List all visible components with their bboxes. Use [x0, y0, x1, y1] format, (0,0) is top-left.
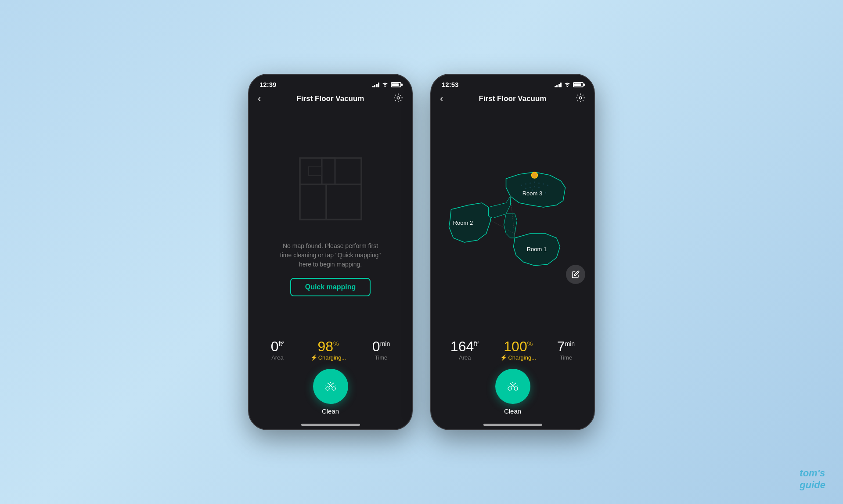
svg-point-50 — [515, 383, 516, 384]
wifi-icon-1 — [382, 81, 389, 88]
svg-point-12 — [330, 382, 331, 383]
phones-container: 12:39 ‹ First — [248, 74, 595, 430]
area-label-1: Area — [271, 354, 283, 361]
svg-point-14 — [328, 383, 328, 384]
clean-section-1: Clean — [249, 364, 412, 424]
no-map-text: No map found. Please perform first time … — [278, 241, 383, 269]
no-map-container: No map found. Please perform first time … — [258, 112, 403, 329]
clean-section-2: Clean — [431, 364, 594, 424]
time-value-1: 0min — [372, 339, 390, 353]
stat-area-1: 0ft² Area — [271, 339, 284, 361]
stat-battery-1: 98% ⚡ Charging... — [310, 339, 346, 361]
stat-time-2: 7min Time — [557, 339, 575, 361]
battery-icon-2 — [573, 82, 584, 87]
svg-rect-6 — [309, 167, 322, 176]
svg-point-25 — [525, 184, 526, 185]
home-indicator-1 — [301, 424, 360, 426]
svg-point-52 — [517, 385, 518, 386]
battery-value-1: 98% — [317, 339, 339, 353]
svg-point-24 — [521, 185, 522, 186]
settings-button-2[interactable] — [576, 93, 585, 105]
nav-bar-2: ‹ First Floor Vacuum — [431, 91, 594, 108]
svg-point-33 — [534, 186, 535, 187]
wifi-icon-2 — [564, 81, 571, 88]
svg-point-13 — [333, 383, 334, 384]
status-time-2: 12:53 — [442, 81, 458, 88]
nav-title-1: First Floor Vacuum — [297, 94, 364, 103]
svg-point-30 — [547, 185, 548, 186]
svg-rect-3 — [322, 158, 361, 184]
watermark-line1: tom's — [800, 468, 825, 479]
watermark: tom's guide — [800, 468, 825, 491]
charging-label-2: ⚡ Charging... — [500, 354, 536, 361]
edit-button[interactable] — [566, 265, 585, 284]
battery-value-2: 100% — [504, 339, 533, 353]
svg-point-0 — [397, 97, 400, 99]
nav-bar-1: ‹ First Floor Vacuum — [249, 91, 412, 108]
stat-area-2: 164ft² Area — [450, 339, 479, 361]
room3-label: Room 3 — [522, 190, 543, 197]
map-area-2: Room 2 Room 3 Room 1 — [431, 108, 594, 333]
svg-point-34 — [538, 187, 540, 188]
svg-point-17 — [579, 97, 582, 99]
svg-point-51 — [510, 383, 511, 384]
status-icons-1 — [372, 81, 402, 88]
svg-point-29 — [543, 184, 544, 185]
clean-label-1: Clean — [322, 407, 339, 415]
svg-rect-5 — [326, 184, 361, 220]
svg-point-7 — [322, 378, 339, 395]
status-bar-2: 12:53 — [431, 75, 594, 91]
stats-row-1: 0ft² Area 98% ⚡ Charging... 0min Time — [249, 333, 412, 364]
map-canvas: Room 2 Room 3 Room 1 — [436, 152, 590, 288]
watermark-line2: guide — [800, 479, 825, 491]
svg-point-41 — [532, 172, 538, 178]
svg-point-16 — [325, 385, 326, 386]
settings-button-1[interactable] — [393, 93, 403, 105]
area-value-1: 0ft² — [271, 339, 284, 353]
svg-point-31 — [525, 188, 526, 189]
svg-rect-4 — [300, 184, 326, 220]
room2-label: Room 2 — [453, 220, 473, 226]
svg-rect-2 — [300, 158, 335, 184]
back-button-2[interactable]: ‹ — [440, 93, 443, 104]
status-time-1: 12:39 — [259, 81, 276, 88]
svg-point-28 — [538, 183, 540, 184]
time-label-1: Time — [375, 354, 387, 361]
time-value-2: 7min — [557, 339, 575, 353]
svg-point-15 — [335, 385, 335, 386]
map-area-1: No map found. Please perform first time … — [249, 108, 412, 333]
status-bar-1: 12:39 — [249, 75, 412, 91]
charging-label-1: ⚡ Charging... — [310, 354, 346, 361]
quick-mapping-button[interactable]: Quick mapping — [290, 278, 371, 296]
svg-point-27 — [534, 182, 535, 183]
nav-title-2: First Floor Vacuum — [479, 94, 547, 103]
room1-label: Room 1 — [527, 246, 547, 252]
phone-2: 12:53 ‹ First — [430, 74, 595, 430]
clean-button-2[interactable] — [495, 369, 530, 404]
stats-row-2: 164ft² Area 100% ⚡ Charging... 7min Time — [431, 333, 594, 364]
back-button-1[interactable]: ‹ — [258, 93, 261, 104]
floor-plan-placeholder — [287, 145, 375, 233]
svg-point-53 — [508, 385, 508, 386]
svg-point-26 — [530, 183, 531, 184]
battery-icon-1 — [391, 82, 401, 87]
svg-point-44 — [504, 378, 522, 395]
floor-map-svg: Room 2 Room 3 Room 1 — [436, 152, 590, 288]
stat-battery-2: 100% ⚡ Charging... — [500, 339, 536, 361]
clean-label-2: Clean — [504, 407, 521, 415]
stat-time-1: 0min Time — [372, 339, 390, 361]
area-label-2: Area — [459, 354, 471, 361]
home-indicator-2 — [483, 424, 542, 426]
svg-point-32 — [530, 187, 531, 188]
time-label-2: Time — [560, 354, 572, 361]
area-value-2: 164ft² — [450, 339, 479, 353]
phone-1: 12:39 ‹ First — [248, 74, 413, 430]
svg-point-49 — [512, 382, 513, 383]
clean-button-1[interactable] — [313, 369, 348, 404]
status-icons-2 — [555, 81, 584, 88]
svg-point-40 — [545, 192, 546, 194]
signal-icon-2 — [555, 82, 562, 87]
signal-icon-1 — [372, 82, 380, 87]
